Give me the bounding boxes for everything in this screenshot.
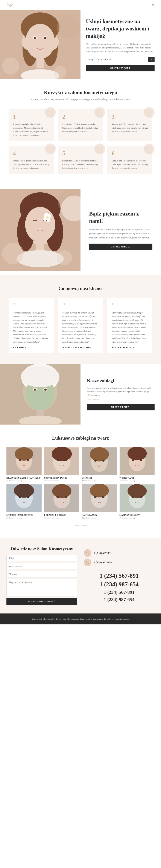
navbar: logo ≡ (0, 0, 161, 10)
luxury-name-2: NASTOLETNIA TWARZ (44, 477, 79, 479)
luxury-title: Luksusowe zabiegi na twarz (6, 435, 155, 441)
hero-email-input[interactable] (86, 57, 147, 62)
benefit-card-4: 4 Sample text. Click to select the text … (8, 146, 54, 174)
luxury-link-row: Zdjęcie z Pexels (6, 523, 155, 527)
beauty-image-placeholder (0, 189, 80, 271)
svg-point-13 (57, 16, 80, 39)
beauty-photo (0, 189, 80, 271)
luxury-price-3: 30 dolarów i więcej (82, 480, 117, 482)
hero-input-row: → (86, 57, 155, 62)
treatment-photo (0, 364, 80, 425)
luxury-image-5 (6, 485, 42, 512)
phone-number-2[interactable]: 1 (234) 987-654 (93, 561, 112, 564)
visit-title: Odwiedź nasz Salon Kosmetyczny (6, 546, 77, 551)
luxury-card-2[interactable]: NASTOLETNIA TWARZ 45 dolarów i więcej (44, 447, 79, 482)
treatment-text: Fusc ante mate dolor in in vulputate urn… (87, 386, 155, 397)
benefit-num-5: 5 (62, 150, 99, 157)
benefit-text-5: Sample text. Click to select the text bo… (62, 159, 99, 170)
treatment-link[interactable]: Obraz z Pexels (87, 398, 155, 401)
svg-point-73 (56, 496, 59, 498)
beauty-description: Nibh venenatis cras sed felis eget eget … (89, 227, 153, 240)
treatment-content: Nasze zabiegi Fusc ante mate dolor in in… (80, 364, 161, 425)
quote-mark-3: " (112, 302, 148, 310)
phone-large-4[interactable]: 1 (234) 987-654 (84, 597, 155, 602)
svg-point-41 (44, 389, 47, 391)
benefit-text-2: Sample text. Click to select the text bo… (62, 122, 99, 133)
benefit-num-3: 3 (112, 114, 148, 120)
luxury-image-1 (6, 447, 42, 475)
beauty-content: Bądź piękna razem z nami! Nibh venenatis… (80, 189, 161, 271)
luxury-card-4[interactable]: WOSKOWANIE 25 dolarów i więcej (119, 447, 155, 482)
luxury-section: Luksusowe zabiegi na twarz KLASYCZNY ZAB… (0, 425, 161, 538)
luxury-image-3 (82, 447, 117, 475)
testimonials-grid: " "Aerean pulvinar dui ornare, feugiat l… (8, 298, 153, 353)
luxury-name-4: WOSKOWANIE (119, 477, 155, 479)
svg-point-57 (90, 447, 109, 461)
luxury-name-5: LIFTINGI I UJĘDRNIENIE (6, 514, 42, 516)
beauty-section: Bądź piękna razem z nami! Nibh venenatis… (0, 189, 161, 271)
benefit-card-5: 5 Sample text. Click to select the text … (58, 146, 103, 174)
hero-photo (0, 10, 80, 79)
hero-cta-button[interactable]: CZYTAJ WIĘCEJ (86, 65, 155, 71)
luxury-name-7: NAWILŻAJĄCY (82, 514, 117, 516)
svg-point-68 (19, 496, 21, 498)
visit-name-input[interactable] (6, 555, 77, 561)
benefit-circle-3 (144, 107, 155, 118)
svg-point-84 (140, 496, 142, 498)
visit-message-input[interactable] (6, 579, 77, 596)
benefit-text-3: Sample text. Click to select the text bo… (112, 122, 148, 133)
benefit-circle-6 (144, 144, 155, 154)
visit-form: WYŚLIJ WIADOMOŚĆ (6, 555, 77, 605)
phone-large-1[interactable]: 1 (234) 567-891 (84, 572, 155, 579)
testimonials-title: Co mówią nasi klienci (8, 286, 153, 291)
benefit-text-6: Sample text. Click to select the text bo… (112, 159, 148, 170)
svg-point-83 (132, 496, 134, 498)
testimonial-text-1: "Aerean pulvinar dui ornare, feugiat lor… (13, 311, 49, 344)
phone-number-1[interactable]: 1 (234) 567-891 (93, 551, 112, 555)
luxury-card-5[interactable]: LIFTINGI I UJĘDRNIENIE 35 dolarów i więc… (6, 485, 42, 519)
benefit-num-4: 4 (13, 150, 49, 157)
luxury-price-1: 35 dolarów i więcej (6, 480, 42, 482)
luxury-name-8: MAPINANIE SKÓRY (119, 514, 155, 516)
visit-submit-button[interactable]: WYŚLIJ WIADOMOŚĆ (6, 598, 77, 605)
benefit-circle-1 (45, 107, 56, 118)
beauty-cta-button[interactable]: CZYTAJ WIĘCEJ (89, 244, 153, 250)
luxury-link[interactable]: Zdjęcie z Pexels (74, 524, 87, 527)
quote-mark-2: " (62, 302, 99, 310)
phone-large-2[interactable]: 1 (234) 987-654 (84, 581, 155, 588)
svg-point-47 (15, 447, 33, 461)
svg-point-14 (54, 66, 66, 79)
phone-large-3[interactable]: 1 (234) 567-891 (84, 589, 155, 595)
benefits-section: Korzyści z salonu kosmetycznego Kobiety … (0, 79, 161, 185)
luxury-card-7[interactable]: NAWILŻAJĄCY 30 dolarów i więcej (82, 485, 117, 519)
logo[interactable]: logo (6, 3, 13, 7)
svg-point-8 (34, 37, 36, 39)
luxury-grid: KLASYCZNY ZABIEG NA TWARZ 35 dolarów i w… (6, 447, 155, 519)
testimonial-text-2: "Aerean pulvinar dui ornare, feugiat lor… (62, 311, 99, 344)
testimonials-section: Co mówią nasi klienci " "Aerean pulvinar… (0, 275, 161, 364)
visit-section: Odwiedź nasz Salon Kosmetyczny WYŚLIJ WI… (0, 538, 161, 614)
footer-text: Sample text. Click to select the text bo… (6, 618, 155, 620)
svg-point-52 (52, 447, 72, 461)
testimonial-card-2: " "Aerean pulvinar dui ornare, feugiat l… (58, 298, 103, 353)
svg-point-42 (21, 366, 59, 387)
luxury-card-1[interactable]: KLASYCZNY ZABIEG NA TWARZ 35 dolarów i w… (6, 447, 42, 482)
svg-point-28 (46, 216, 49, 219)
benefit-card-6: 6 Sample text. Click to select the text … (107, 146, 153, 174)
benefit-card-1: 1 Poprawia wygląd drobnych linii i zmars… (8, 109, 54, 141)
hamburger-icon[interactable]: ≡ (152, 3, 155, 7)
svg-point-12 (2, 58, 19, 74)
luxury-price-5: 35 dolarów i więcej (6, 517, 42, 519)
luxury-card-8[interactable]: MAPINANIE SKÓRY 30 dolarów i więcej (119, 485, 155, 519)
visit-form-column: Odwiedź nasz Salon Kosmetyczny WYŚLIJ WI… (6, 546, 77, 605)
visit-phone-input[interactable] (6, 571, 77, 578)
svg-point-26 (47, 218, 50, 222)
luxury-card-6[interactable]: DODATEK DO SERUM 40 dolarów i więcej (44, 485, 79, 519)
hero-input-button[interactable]: → (148, 57, 155, 62)
svg-point-22 (25, 207, 55, 242)
testimonial-card-1: " "Aerean pulvinar dui ornare, feugiat l… (8, 298, 54, 353)
luxury-card-3[interactable]: VASACIAL 30 dolarów i więcej (82, 447, 117, 482)
treatment-cta-button[interactable]: NASZE ZABIEGI (87, 404, 155, 410)
visit-email-input[interactable] (6, 563, 77, 569)
treatments-promo-section: Nasze zabiegi Fusc ante mate dolor in in… (0, 364, 161, 425)
